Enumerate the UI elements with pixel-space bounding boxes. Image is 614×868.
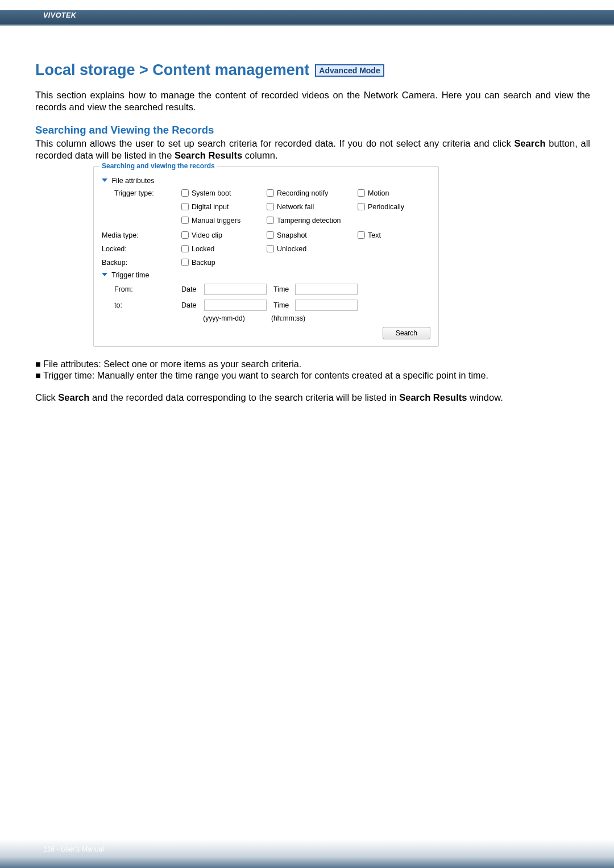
checkbox-snapshot[interactable]: Snapshot bbox=[267, 231, 358, 239]
to-date-input[interactable] bbox=[204, 300, 267, 311]
from-time-input[interactable] bbox=[295, 284, 358, 295]
page-root: VIVOTEK Local storage > Content manageme… bbox=[0, 0, 614, 868]
date-label-to: Date bbox=[181, 301, 204, 309]
to-time-input[interactable] bbox=[295, 300, 358, 311]
checkbox-periodically[interactable]: Periodically bbox=[358, 203, 426, 211]
checkbox-system-boot[interactable]: System boot bbox=[181, 189, 267, 197]
after-bold-2: Search Results bbox=[399, 392, 467, 402]
checkbox-text[interactable]: Text bbox=[358, 231, 426, 239]
bullet-trigger-time-text: Trigger time: Manually enter the time ra… bbox=[43, 369, 590, 381]
bullet-square-icon: ■ bbox=[35, 358, 43, 370]
page-title: Local storage > Content management bbox=[35, 61, 309, 79]
search-panel-legend: Searching and viewing the records bbox=[99, 162, 217, 170]
tampering-detection-text: Tampering detection bbox=[277, 217, 341, 225]
after-paragraph: Click Search and the recorded data corre… bbox=[35, 392, 590, 404]
checkbox-video-clip[interactable]: Video clip bbox=[181, 231, 267, 239]
digital-input-text: Digital input bbox=[192, 203, 229, 211]
media-locked-backup-grid: Media type: Video clip Snapshot Text Loc… bbox=[102, 231, 430, 267]
manual-triggers-text: Manual triggers bbox=[192, 217, 240, 225]
checkbox-recording-notify[interactable]: Recording notify bbox=[267, 189, 358, 197]
locked-text: Locked bbox=[192, 245, 214, 253]
advanced-mode-badge: Advanced Mode bbox=[315, 64, 384, 77]
trigger-type-label: Trigger type: bbox=[102, 189, 181, 197]
time-label-to: Time bbox=[267, 301, 295, 309]
date-format-hint: (yyyy-mm-dd) bbox=[102, 314, 267, 322]
footer-band bbox=[0, 840, 614, 868]
checkbox-digital-input[interactable]: Digital input bbox=[181, 203, 267, 211]
format-hints: (yyyy-mm-dd) (hh:mm:ss) bbox=[102, 314, 430, 322]
after-2: and the recorded data corresponding to t… bbox=[89, 392, 399, 402]
trigger-time-label: Trigger time bbox=[111, 271, 149, 279]
checkbox-motion[interactable]: Motion bbox=[358, 189, 426, 197]
checkbox-network-fail[interactable]: Network fail bbox=[267, 203, 358, 211]
media-type-label: Media type: bbox=[102, 231, 181, 239]
search-panel: Searching and viewing the records File a… bbox=[93, 166, 439, 347]
system-boot-text: System boot bbox=[192, 189, 231, 197]
to-row: to: Date Time bbox=[102, 300, 430, 311]
bullet-trigger-time: ■ Trigger time: Manually enter the time … bbox=[35, 369, 590, 381]
date-label-from: Date bbox=[181, 285, 204, 293]
content-area: Local storage > Content management Advan… bbox=[35, 61, 590, 404]
footer-text: 116 - User's Manual bbox=[43, 845, 104, 853]
backup-text: Backup bbox=[192, 259, 215, 267]
time-label-from: Time bbox=[267, 285, 295, 293]
search-panel-wrap: Searching and viewing the records File a… bbox=[93, 166, 439, 347]
file-attributes-label: File attributes bbox=[111, 177, 154, 185]
page-title-row: Local storage > Content management Advan… bbox=[35, 61, 590, 79]
recording-notify-text: Recording notify bbox=[277, 189, 328, 197]
locked-label: Locked: bbox=[102, 245, 181, 253]
periodically-text: Periodically bbox=[368, 203, 404, 211]
after-bold-1: Search bbox=[58, 392, 89, 402]
checkbox-tampering-detection[interactable]: Tampering detection bbox=[267, 217, 358, 225]
after-3: window. bbox=[467, 392, 503, 402]
motion-text: Motion bbox=[368, 189, 389, 197]
chevron-down-icon bbox=[102, 271, 110, 279]
trigger-time-block: From: Date Time to: Date Time (y bbox=[102, 284, 430, 339]
from-row: From: Date Time bbox=[102, 284, 430, 295]
backup-label: Backup: bbox=[102, 259, 181, 267]
to-label: to: bbox=[102, 301, 181, 309]
header-underline bbox=[0, 24, 614, 26]
snapshot-text: Snapshot bbox=[277, 231, 307, 239]
checkbox-unlocked[interactable]: Unlocked bbox=[267, 245, 358, 253]
searching-desc: This column allows the user to set up se… bbox=[35, 138, 590, 161]
from-label: From: bbox=[102, 285, 181, 293]
video-clip-text: Video clip bbox=[192, 231, 222, 239]
file-attributes-head[interactable]: File attributes bbox=[102, 177, 430, 185]
searching-desc-part3: column. bbox=[242, 150, 277, 160]
bullet-list: ■ File attributes: Select one or more it… bbox=[35, 358, 590, 381]
checkbox-backup[interactable]: Backup bbox=[181, 259, 267, 267]
network-fail-text: Network fail bbox=[277, 203, 314, 211]
search-button[interactable]: Search bbox=[383, 327, 430, 339]
checkbox-locked[interactable]: Locked bbox=[181, 245, 267, 253]
bullet-square-icon: ■ bbox=[35, 369, 43, 381]
header-brand: VIVOTEK bbox=[43, 11, 76, 19]
header-bar bbox=[0, 10, 614, 24]
searching-desc-bold1: Search bbox=[514, 138, 545, 148]
searching-desc-part1: This column allows the user to set up se… bbox=[35, 138, 514, 148]
text-option-text: Text bbox=[368, 231, 381, 239]
trigger-time-head[interactable]: Trigger time bbox=[102, 271, 430, 279]
from-date-input[interactable] bbox=[204, 284, 267, 295]
bullet-file-attr-text: File attributes: Select one or more item… bbox=[43, 358, 590, 370]
trigger-type-grid: Trigger type: System boot Recording noti… bbox=[102, 189, 430, 225]
button-row: Search bbox=[102, 327, 430, 339]
searching-subhead: Searching and Viewing the Records bbox=[35, 124, 590, 136]
intro-paragraph: This section explains how to manage the … bbox=[35, 89, 590, 113]
searching-desc-bold2: Search Results bbox=[175, 150, 242, 160]
checkbox-manual-triggers[interactable]: Manual triggers bbox=[181, 217, 267, 225]
chevron-down-icon bbox=[102, 177, 110, 185]
unlocked-text: Unlocked bbox=[277, 245, 306, 253]
bullet-file-attributes: ■ File attributes: Select one or more it… bbox=[35, 358, 590, 370]
after-1: Click bbox=[35, 392, 58, 402]
time-format-hint: (hh:mm:ss) bbox=[267, 314, 358, 322]
